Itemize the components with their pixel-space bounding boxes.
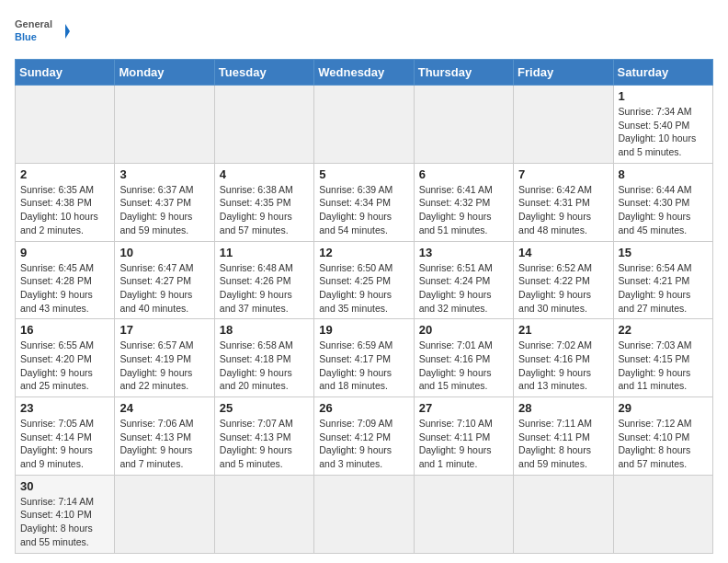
- day-info: Sunrise: 7:10 AM Sunset: 4:11 PM Dayligh…: [419, 417, 508, 471]
- calendar-cell: [414, 86, 513, 164]
- calendar-week-row: 23Sunrise: 7:05 AM Sunset: 4:14 PM Dayli…: [16, 397, 713, 476]
- calendar-cell: 25Sunrise: 7:07 AM Sunset: 4:13 PM Dayli…: [214, 397, 313, 476]
- calendar-week-row: 30Sunrise: 7:14 AM Sunset: 4:10 PM Dayli…: [16, 475, 713, 553]
- day-number: 15: [619, 246, 708, 259]
- day-number: 14: [518, 246, 608, 259]
- day-number: 3: [119, 167, 209, 181]
- calendar-cell: [214, 475, 313, 553]
- day-number: 22: [619, 323, 708, 337]
- column-header-thursday: Thursday: [414, 60, 513, 86]
- day-info: Sunrise: 6:38 AM Sunset: 4:35 PM Dayligh…: [220, 183, 309, 237]
- day-info: Sunrise: 6:51 AM Sunset: 4:24 PM Dayligh…: [419, 261, 508, 316]
- svg-text:Blue: Blue: [15, 31, 37, 42]
- calendar-cell: 6Sunrise: 6:41 AM Sunset: 4:32 PM Daylig…: [414, 163, 513, 241]
- day-number: 12: [319, 246, 408, 259]
- day-number: 8: [619, 167, 708, 181]
- svg-marker-2: [65, 24, 70, 39]
- logo-svg: General Blue: [15, 15, 70, 48]
- calendar-week-row: 9Sunrise: 6:45 AM Sunset: 4:28 PM Daylig…: [16, 241, 713, 319]
- day-info: Sunrise: 6:52 AM Sunset: 4:22 PM Dayligh…: [518, 261, 608, 316]
- day-info: Sunrise: 7:14 AM Sunset: 4:10 PM Dayligh…: [20, 495, 109, 549]
- column-header-saturday: Saturday: [613, 60, 712, 86]
- day-info: Sunrise: 6:35 AM Sunset: 4:38 PM Dayligh…: [20, 183, 109, 237]
- calendar-cell: [214, 86, 313, 164]
- day-number: 7: [518, 167, 608, 181]
- calendar-cell: 10Sunrise: 6:47 AM Sunset: 4:27 PM Dayli…: [115, 241, 214, 319]
- day-number: 6: [419, 167, 508, 181]
- calendar-header-row: SundayMondayTuesdayWednesdayThursdayFrid…: [16, 60, 713, 86]
- calendar-cell: 23Sunrise: 7:05 AM Sunset: 4:14 PM Dayli…: [16, 397, 115, 476]
- day-number: 26: [319, 401, 408, 415]
- calendar-cell: 20Sunrise: 7:01 AM Sunset: 4:16 PM Dayli…: [414, 319, 513, 397]
- day-info: Sunrise: 7:02 AM Sunset: 4:16 PM Dayligh…: [518, 339, 608, 393]
- day-info: Sunrise: 6:57 AM Sunset: 4:19 PM Dayligh…: [119, 339, 209, 393]
- day-number: 29: [619, 401, 708, 415]
- day-info: Sunrise: 7:09 AM Sunset: 4:12 PM Dayligh…: [319, 417, 408, 471]
- column-header-monday: Monday: [115, 60, 214, 86]
- calendar-cell: [514, 475, 613, 553]
- day-number: 20: [419, 323, 508, 337]
- day-number: 2: [20, 167, 109, 181]
- calendar-cell: 17Sunrise: 6:57 AM Sunset: 4:19 PM Dayli…: [115, 319, 214, 397]
- day-number: 19: [319, 323, 408, 337]
- calendar-cell: 22Sunrise: 7:03 AM Sunset: 4:15 PM Dayli…: [613, 319, 712, 397]
- calendar-cell: 2Sunrise: 6:35 AM Sunset: 4:38 PM Daylig…: [16, 163, 115, 241]
- calendar-cell: [514, 86, 613, 164]
- day-info: Sunrise: 7:03 AM Sunset: 4:15 PM Dayligh…: [619, 339, 708, 393]
- day-info: Sunrise: 6:44 AM Sunset: 4:30 PM Dayligh…: [619, 183, 708, 237]
- day-info: Sunrise: 6:42 AM Sunset: 4:31 PM Dayligh…: [518, 183, 608, 237]
- calendar-cell: [115, 475, 214, 553]
- day-number: 28: [518, 401, 608, 415]
- calendar-cell: 26Sunrise: 7:09 AM Sunset: 4:12 PM Dayli…: [314, 397, 414, 476]
- calendar-cell: 30Sunrise: 7:14 AM Sunset: 4:10 PM Dayli…: [16, 475, 115, 553]
- calendar-cell: [16, 86, 115, 164]
- calendar-cell: 7Sunrise: 6:42 AM Sunset: 4:31 PM Daylig…: [514, 163, 613, 241]
- day-number: 24: [119, 401, 209, 415]
- day-info: Sunrise: 6:50 AM Sunset: 4:25 PM Dayligh…: [319, 261, 408, 316]
- day-info: Sunrise: 6:58 AM Sunset: 4:18 PM Dayligh…: [220, 339, 309, 393]
- day-number: 27: [419, 401, 508, 415]
- calendar-cell: 4Sunrise: 6:38 AM Sunset: 4:35 PM Daylig…: [214, 163, 313, 241]
- calendar-cell: 27Sunrise: 7:10 AM Sunset: 4:11 PM Dayli…: [414, 397, 513, 476]
- calendar-week-row: 16Sunrise: 6:55 AM Sunset: 4:20 PM Dayli…: [16, 319, 713, 397]
- day-number: 9: [20, 246, 109, 259]
- day-info: Sunrise: 6:41 AM Sunset: 4:32 PM Dayligh…: [419, 183, 508, 237]
- calendar-cell: [314, 86, 414, 164]
- calendar-week-row: 1Sunrise: 7:34 AM Sunset: 5:40 PM Daylig…: [16, 86, 713, 164]
- calendar-cell: 5Sunrise: 6:39 AM Sunset: 4:34 PM Daylig…: [314, 163, 414, 241]
- calendar-cell: [613, 475, 712, 553]
- day-info: Sunrise: 6:47 AM Sunset: 4:27 PM Dayligh…: [119, 261, 209, 316]
- calendar-cell: 24Sunrise: 7:06 AM Sunset: 4:13 PM Dayli…: [115, 397, 214, 476]
- day-number: 10: [119, 246, 209, 259]
- calendar-cell: 1Sunrise: 7:34 AM Sunset: 5:40 PM Daylig…: [613, 86, 712, 164]
- column-header-sunday: Sunday: [16, 60, 115, 86]
- day-info: Sunrise: 7:05 AM Sunset: 4:14 PM Dayligh…: [20, 417, 109, 471]
- day-number: 23: [20, 401, 109, 415]
- column-header-wednesday: Wednesday: [314, 60, 414, 86]
- day-number: 13: [419, 246, 508, 259]
- day-info: Sunrise: 7:11 AM Sunset: 4:11 PM Dayligh…: [518, 417, 608, 471]
- day-number: 16: [20, 323, 109, 337]
- day-info: Sunrise: 6:45 AM Sunset: 4:28 PM Dayligh…: [20, 261, 109, 316]
- column-header-friday: Friday: [514, 60, 613, 86]
- calendar-cell: 21Sunrise: 7:02 AM Sunset: 4:16 PM Dayli…: [514, 319, 613, 397]
- calendar-cell: 16Sunrise: 6:55 AM Sunset: 4:20 PM Dayli…: [16, 319, 115, 397]
- day-info: Sunrise: 7:01 AM Sunset: 4:16 PM Dayligh…: [419, 339, 508, 393]
- day-number: 4: [220, 167, 309, 181]
- calendar-week-row: 2Sunrise: 6:35 AM Sunset: 4:38 PM Daylig…: [16, 163, 713, 241]
- calendar-cell: 15Sunrise: 6:54 AM Sunset: 4:21 PM Dayli…: [613, 241, 712, 319]
- calendar-cell: 12Sunrise: 6:50 AM Sunset: 4:25 PM Dayli…: [314, 241, 414, 319]
- day-info: Sunrise: 6:37 AM Sunset: 4:37 PM Dayligh…: [119, 183, 209, 237]
- calendar-cell: 13Sunrise: 6:51 AM Sunset: 4:24 PM Dayli…: [414, 241, 513, 319]
- calendar-cell: [414, 475, 513, 553]
- day-info: Sunrise: 7:34 AM Sunset: 5:40 PM Dayligh…: [619, 105, 708, 159]
- calendar-cell: [314, 475, 414, 553]
- day-info: Sunrise: 6:55 AM Sunset: 4:20 PM Dayligh…: [20, 339, 109, 393]
- day-number: 5: [319, 167, 408, 181]
- calendar-cell: 8Sunrise: 6:44 AM Sunset: 4:30 PM Daylig…: [613, 163, 712, 241]
- day-info: Sunrise: 7:07 AM Sunset: 4:13 PM Dayligh…: [220, 417, 309, 471]
- calendar-cell: 11Sunrise: 6:48 AM Sunset: 4:26 PM Dayli…: [214, 241, 313, 319]
- column-header-tuesday: Tuesday: [214, 60, 313, 86]
- logo: General Blue: [15, 15, 70, 48]
- calendar-table: SundayMondayTuesdayWednesdayThursdayFrid…: [15, 59, 713, 554]
